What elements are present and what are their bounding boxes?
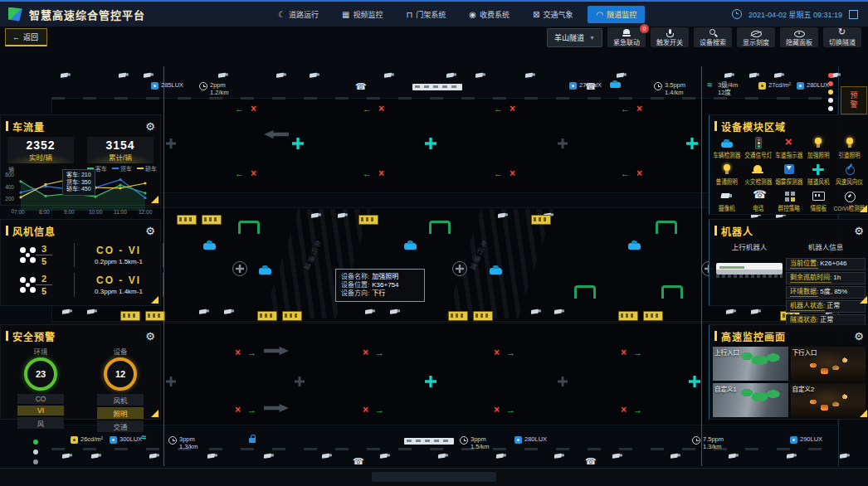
- lux-sensor[interactable]: 285LUX: [151, 82, 183, 90]
- gantry-icon[interactable]: [661, 285, 683, 299]
- gantry-icon[interactable]: [574, 285, 596, 299]
- cctv-camera-icon[interactable]: [143, 70, 154, 80]
- device-烟雾探测器[interactable]: 烟雾探测器: [773, 163, 805, 186]
- cctv-camera-icon[interactable]: [90, 451, 101, 461]
- cctv-camera-icon[interactable]: [86, 307, 97, 317]
- device-群控策略[interactable]: 群控策略: [773, 190, 805, 212]
- device-车道指示器[interactable]: 车道指示器: [773, 137, 805, 159]
- cctv-camera-icon[interactable]: [337, 211, 348, 221]
- nav-item-道路运行[interactable]: ☾道路运行: [270, 6, 327, 23]
- info-board-icon[interactable]: [473, 311, 493, 321]
- cctv-camera-icon[interactable]: [364, 307, 375, 317]
- gear-icon[interactable]: ⚙: [145, 331, 155, 342]
- info-board-icon[interactable]: [145, 311, 165, 321]
- fan-circle-icon[interactable]: [452, 261, 467, 276]
- jet-fan-icon[interactable]: [425, 376, 436, 387]
- cctv-camera-icon[interactable]: [839, 451, 850, 461]
- device-交通信号灯[interactable]: 交通信号灯: [743, 137, 774, 159]
- jet-fan-icon[interactable]: [292, 138, 304, 149]
- phone-icon[interactable]: [355, 78, 367, 93]
- info-board-icon[interactable]: [202, 215, 222, 225]
- 触发开关-button[interactable]: 触发开关: [651, 27, 689, 47]
- cctv-camera-icon[interactable]: [389, 307, 400, 317]
- cctv-camera-icon[interactable]: [383, 70, 394, 80]
- device-情报板[interactable]: 情报板: [805, 190, 832, 212]
- gantry-icon[interactable]: [656, 221, 677, 234]
- fan-circle-icon[interactable]: [232, 261, 247, 276]
- cctv-camera-icon[interactable]: [728, 451, 739, 461]
- gear-icon[interactable]: ⚙: [854, 331, 864, 342]
- cctv-camera-icon[interactable]: [786, 451, 797, 461]
- vehicle-icon[interactable]: [259, 268, 271, 275]
- cctv-camera-icon[interactable]: [276, 70, 286, 80]
- lux-sensor[interactable]: 290LUX: [790, 436, 822, 444]
- message-board-icon[interactable]: [412, 84, 462, 90]
- cctv-camera-icon[interactable]: [118, 70, 129, 80]
- camera-view-自定义2[interactable]: 自定义2: [791, 383, 866, 417]
- info-board-icon[interactable]: [643, 311, 663, 321]
- info-board-icon[interactable]: [618, 311, 638, 321]
- nav-item-门架系统[interactable]: ⊓门架系统: [397, 6, 454, 23]
- clock-sensor[interactable]: 2ppm1.2/km: [199, 82, 229, 96]
- cctv-camera-icon[interactable]: [530, 307, 541, 317]
- vehicle-icon[interactable]: [628, 243, 641, 250]
- device-电话[interactable]: 电话: [743, 190, 774, 212]
- cctv-camera-icon[interactable]: [263, 451, 274, 461]
- cctv-camera-icon[interactable]: [553, 307, 564, 317]
- device-加强照明[interactable]: 加强照明: [805, 137, 832, 159]
- 显示刻度-button[interactable]: 显示刻度: [737, 27, 775, 47]
- warning-item-CO[interactable]: CO: [17, 394, 64, 404]
- legend-item[interactable]: 货车: [112, 164, 132, 173]
- device-普通照明[interactable]: 普通照明: [711, 163, 743, 186]
- vehicle-icon[interactable]: [404, 243, 417, 250]
- device-车辆检测器[interactable]: 车辆检测器: [711, 137, 743, 159]
- 切换隧道-button[interactable]: 切换隧道: [823, 27, 861, 47]
- info-board-icon[interactable]: [177, 215, 197, 225]
- cctv-camera-icon[interactable]: [437, 451, 448, 461]
- nav-item-收费系统[interactable]: ◉收费系统: [461, 6, 518, 23]
- tunnel-select[interactable]: 羊山隧道▼: [547, 28, 602, 47]
- camera-view-上行入口[interactable]: 上行入口: [713, 347, 788, 381]
- gear-icon[interactable]: ⚙: [145, 226, 155, 236]
- cctv-camera-icon[interactable]: [773, 70, 784, 80]
- cctv-camera-icon[interactable]: [524, 70, 535, 80]
- cctv-camera-icon[interactable]: [61, 307, 72, 317]
- warning-item-VI[interactable]: VI: [17, 406, 64, 416]
- gantry-icon[interactable]: [238, 221, 260, 234]
- cctv-camera-icon[interactable]: [310, 211, 321, 221]
- vehicle-icon[interactable]: [490, 268, 502, 275]
- lux-sensor[interactable]: 300LUX: [110, 436, 142, 444]
- cctv-camera-icon[interactable]: [223, 307, 234, 317]
- side-warning-tab[interactable]: 预警: [841, 86, 867, 114]
- info-board-icon[interactable]: [282, 311, 302, 321]
- cctv-camera-icon[interactable]: [749, 70, 759, 80]
- jet-fan-icon[interactable]: [425, 138, 436, 149]
- wind-sensor[interactable]: [141, 435, 149, 443]
- back-button[interactable]: ←返回: [5, 28, 47, 46]
- cctv-camera-icon[interactable]: [61, 451, 72, 461]
- gear-icon[interactable]: ⚙: [854, 226, 864, 236]
- cctv-camera-icon[interactable]: [446, 70, 456, 80]
- cctv-camera-icon[interactable]: [553, 451, 564, 461]
- clock-sensor[interactable]: 7.5ppm1.3/km: [692, 436, 724, 450]
- lux-sensor[interactable]: 280LUX: [797, 82, 829, 90]
- cctv-camera-icon[interactable]: [309, 70, 319, 80]
- phone-icon[interactable]: [585, 453, 597, 468]
- cd-sensor[interactable]: 27cd/m²: [758, 82, 791, 90]
- device-隧道风机[interactable]: 隧道风机: [805, 163, 832, 186]
- cctv-camera-icon[interactable]: [612, 451, 622, 461]
- cctv-camera-icon[interactable]: [670, 451, 680, 461]
- cd-sensor[interactable]: 26cd/m²: [71, 436, 103, 444]
- device-火灾检测器[interactable]: 火灾检测器: [743, 163, 774, 186]
- warning-item-风机[interactable]: 风机: [97, 394, 144, 406]
- cctv-camera-icon[interactable]: [149, 451, 159, 461]
- cctv-camera-icon[interactable]: [217, 70, 228, 80]
- jet-fan-icon[interactable]: [686, 138, 698, 149]
- fullscreen-icon[interactable]: [849, 10, 858, 19]
- warning-item-照明[interactable]: 照明: [97, 407, 144, 419]
- wind-sensor[interactable]: 3级/4m12度: [707, 82, 738, 96]
- device-引道照明[interactable]: 引道照明: [831, 137, 867, 159]
- vehicle-icon[interactable]: [203, 243, 216, 250]
- lux-sensor[interactable]: 280LUX: [514, 436, 547, 444]
- clock-sensor[interactable]: 3ppm1.5/km: [460, 436, 490, 450]
